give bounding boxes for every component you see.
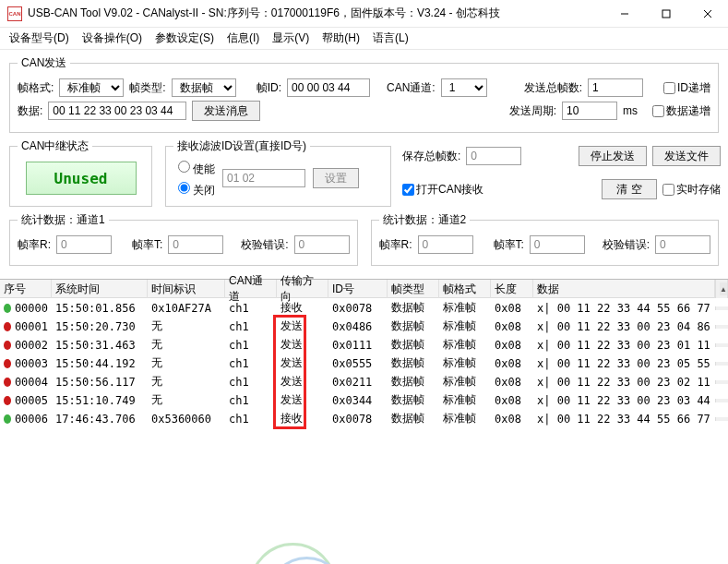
send-period-label: 发送周期:	[509, 103, 556, 119]
table-row[interactable]: 0000215:50:31.463无ch1发送0x0111数据帧标准帧0x08x…	[0, 335, 728, 354]
realtime-storage-check[interactable]: 实时存储	[662, 182, 721, 198]
window-buttons	[603, 0, 728, 28]
close-button[interactable]	[686, 0, 728, 28]
maximize-button[interactable]	[645, 0, 686, 28]
rate-r-label2: 帧率R:	[379, 237, 412, 253]
th-data[interactable]: 数据	[533, 280, 715, 298]
rate-t-label2: 帧率T:	[494, 237, 524, 253]
menubar: 设备型号(D) 设备操作(O) 参数设定(S) 信息(I) 显示(V) 帮助(H…	[0, 28, 728, 50]
th-chan[interactable]: CAN通道	[225, 280, 277, 298]
table-body[interactable]: 0000015:50:01.8560x10AF27Ach1接收0x0078数据帧…	[0, 298, 728, 564]
save-total-label: 保存总帧数:	[402, 149, 460, 164]
frame-format-label: 帧格式:	[18, 80, 54, 96]
rate-r-label: 帧率R:	[18, 237, 51, 253]
filter-legend: 接收滤波ID设置(直接ID号)	[173, 138, 310, 154]
ch2-err	[655, 235, 710, 254]
ch2-rate-r	[418, 235, 473, 254]
minimize-button[interactable]	[603, 0, 645, 28]
stats-ch1-legend: 统计数据：通道1	[18, 212, 109, 228]
frame-id-input[interactable]	[287, 78, 370, 97]
ch1-err	[294, 235, 350, 254]
relay-status-group: CAN中继状态 Unused	[9, 138, 152, 207]
send-file-button[interactable]: 发送文件	[652, 146, 721, 166]
table-row[interactable]: 0000515:51:10.749无ch1发送0x0344数据帧标准帧0x08x…	[0, 390, 728, 409]
titlebar: CAN USB-CAN Tool V9.02 - CANalyst-II - S…	[0, 0, 728, 28]
send-period-input[interactable]	[562, 102, 617, 120]
relay-legend: CAN中继状态	[18, 138, 92, 154]
status-dot	[4, 322, 11, 331]
status-dot	[4, 378, 11, 387]
th-len[interactable]: 长度	[491, 280, 533, 298]
save-total-input	[466, 147, 521, 165]
table-header: 序号 系统时间 时间标识 CAN通道 传输方向 ID号 帧类型 帧格式 长度 数…	[0, 280, 728, 298]
table-row[interactable]: 0000415:50:56.117无ch1发送0x0211数据帧标准帧0x08x…	[0, 372, 728, 390]
menu-device-op[interactable]: 设备操作(O)	[78, 29, 146, 48]
status-dot	[4, 414, 11, 424]
menu-display[interactable]: 显示(V)	[269, 29, 313, 48]
channel-select[interactable]: 1	[441, 78, 487, 97]
frame-format-select[interactable]: 标准帧	[59, 78, 124, 97]
table-row[interactable]: 0000115:50:20.730无ch1发送0x0486数据帧标准帧0x08x…	[0, 317, 728, 335]
content-area: CAN发送 帧格式: 标准帧 帧类型: 数据帧 帧ID: CAN通道: 1 发送…	[0, 50, 728, 279]
status-dot	[4, 304, 11, 313]
th-id[interactable]: ID号	[328, 280, 388, 298]
ch2-rate-t	[530, 235, 585, 254]
stats-ch1-group: 统计数据：通道1 帧率R: 帧率T: 校验错误:	[9, 212, 358, 266]
menu-info[interactable]: 信息(I)	[223, 29, 263, 48]
send-message-button[interactable]: 发送消息	[192, 101, 260, 121]
data-table: 序号 系统时间 时间标识 CAN通道 传输方向 ID号 帧类型 帧格式 长度 数…	[0, 279, 728, 564]
clear-button[interactable]: 清 空	[602, 179, 657, 199]
status-dot	[4, 341, 11, 350]
unused-button[interactable]: Unused	[26, 162, 137, 195]
menu-device-model[interactable]: 设备型号(D)	[6, 29, 73, 48]
filter-enable-radio[interactable]: 使能	[173, 158, 215, 177]
ch1-rate-r	[56, 235, 112, 254]
id-increment-check[interactable]: ID递增	[663, 80, 710, 96]
total-frames-input[interactable]	[588, 78, 643, 97]
frame-type-label: 帧类型:	[129, 80, 165, 96]
menu-param-set[interactable]: 参数设定(S)	[151, 29, 218, 48]
can-send-legend: CAN发送	[18, 55, 70, 71]
frame-id-label: 帧ID:	[257, 80, 281, 96]
filter-set-button[interactable]: 设置	[313, 168, 359, 188]
th-ftype[interactable]: 帧类型	[388, 280, 439, 298]
ch1-rate-t	[168, 235, 223, 254]
open-recv-check[interactable]: 打开CAN接收	[402, 182, 483, 198]
scroll-up-arrow[interactable]: ▲	[715, 280, 728, 298]
stats-ch2-legend: 统计数据：通道2	[379, 212, 471, 228]
svg-rect-1	[662, 10, 670, 18]
th-ffmt[interactable]: 帧格式	[439, 280, 491, 298]
th-timemark[interactable]: 时间标识	[148, 280, 225, 298]
period-unit: ms	[623, 104, 638, 117]
can-send-group: CAN发送 帧格式: 标准帧 帧类型: 数据帧 帧ID: CAN通道: 1 发送…	[9, 55, 719, 133]
err-label2: 校验错误:	[603, 237, 650, 253]
stop-send-button[interactable]: 停止发送	[579, 146, 647, 166]
app-icon: CAN	[7, 6, 22, 21]
data-label: 数据:	[18, 103, 42, 119]
window-title: USB-CAN Tool V9.02 - CANalyst-II - SN:序列…	[28, 6, 603, 21]
rate-t-label: 帧率T:	[132, 237, 162, 253]
data-input[interactable]	[48, 102, 186, 120]
stats-ch2-group: 统计数据：通道2 帧率R: 帧率T: 校验错误:	[371, 212, 720, 266]
err-label: 校验错误:	[241, 237, 288, 253]
th-systime[interactable]: 系统时间	[52, 280, 148, 298]
menu-language[interactable]: 语言(L)	[369, 29, 412, 48]
watermark-icon	[240, 534, 351, 564]
status-dot	[4, 396, 11, 405]
filter-group: 接收滤波ID设置(直接ID号) 使能 关闭 设置	[165, 138, 391, 207]
table-row[interactable]: 0000315:50:44.192无ch1发送0x0555数据帧标准帧0x08x…	[0, 354, 728, 372]
status-dot	[4, 359, 11, 368]
channel-label: CAN通道:	[387, 80, 436, 96]
menu-help[interactable]: 帮助(H)	[318, 29, 364, 48]
table-row[interactable]: 0000617:46:43.7060x5360060ch1接收0x0078数据帧…	[0, 409, 728, 427]
frame-type-select[interactable]: 数据帧	[172, 78, 236, 97]
data-increment-check[interactable]: 数据递增	[652, 103, 710, 119]
filter-disable-radio[interactable]: 关闭	[173, 179, 215, 198]
th-seq[interactable]: 序号	[0, 280, 52, 298]
total-frames-label: 发送总帧数:	[524, 80, 582, 96]
table-row[interactable]: 0000015:50:01.8560x10AF27Ach1接收0x0078数据帧…	[0, 298, 728, 317]
th-dir[interactable]: 传输方向	[277, 280, 328, 298]
filter-id-input[interactable]	[222, 169, 305, 187]
